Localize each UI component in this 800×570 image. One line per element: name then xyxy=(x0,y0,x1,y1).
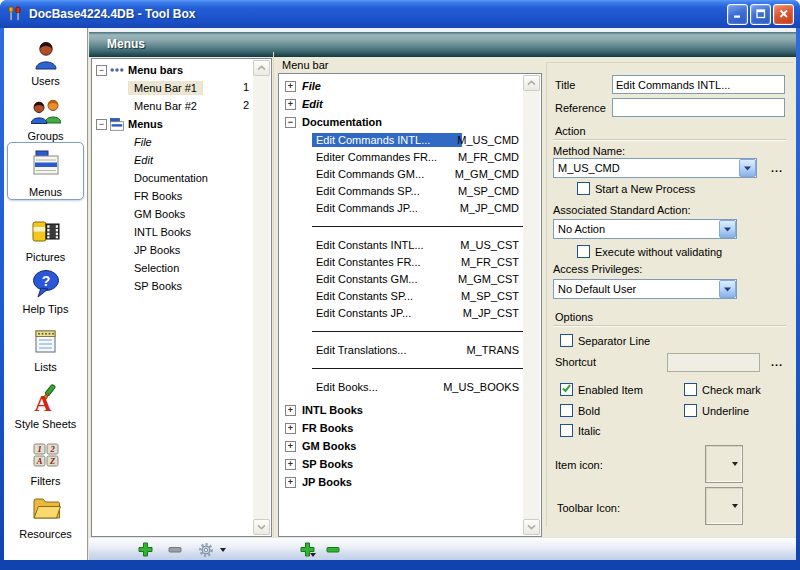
tree-node-item[interactable]: Menu Bar #22 xyxy=(93,97,253,115)
minimize-button[interactable] xyxy=(727,4,748,25)
expander-plus-icon[interactable]: + xyxy=(285,405,296,416)
expander-plus-icon[interactable]: + xyxy=(285,423,296,434)
tree-node-label: JP Books xyxy=(128,243,186,257)
tree-node-item[interactable]: Menu Bar #11 xyxy=(93,79,253,97)
sidebar-item-style-sheets[interactable]: AStyle Sheets xyxy=(7,379,84,431)
menu-item-row[interactable]: Edit Constants JP...M_JP_CST xyxy=(280,304,523,321)
menu-item-row[interactable]: Edit Constants INTL...M_US_CST xyxy=(280,236,523,253)
sidebar-item-users[interactable]: Users xyxy=(7,36,84,88)
menu-item-row[interactable]: Edit Commands GM...M_GM_CMD xyxy=(280,165,523,182)
remove-menu-button[interactable] xyxy=(167,541,184,558)
expander-minus-icon[interactable]: − xyxy=(96,65,107,76)
expander-plus-icon[interactable]: + xyxy=(285,99,296,110)
title-input[interactable] xyxy=(612,75,785,94)
menu-items-scrollbar[interactable] xyxy=(523,75,540,535)
menu-group-row[interactable]: +SP Books xyxy=(280,455,523,473)
tree-node-item[interactable]: GM Books xyxy=(93,205,253,223)
actions-gear-button[interactable] xyxy=(197,541,214,558)
scroll-up-icon[interactable] xyxy=(253,60,270,76)
expander-minus-icon[interactable]: − xyxy=(285,117,296,128)
chevron-down-icon[interactable] xyxy=(739,159,756,177)
italic-checkbox[interactable] xyxy=(560,424,573,437)
maximize-button[interactable] xyxy=(750,4,771,25)
tree-node-item[interactable]: Documentation xyxy=(93,169,253,187)
menu-item-row[interactable]: Edit Commands JP...M_JP_CMD xyxy=(280,199,523,216)
sidebar-item-pictures[interactable]: Pictures xyxy=(7,212,84,264)
item-icon-select[interactable] xyxy=(705,445,743,483)
menu-item-method: M_US_CST xyxy=(460,239,519,251)
menu-item-row[interactable]: Edit Constants SP...M_SP_CST xyxy=(280,287,523,304)
tree-node-root[interactable]: −Menus xyxy=(93,115,253,133)
sidebar-item-label: Filters xyxy=(31,474,61,488)
bottom-toolbar xyxy=(89,537,796,560)
add-menu-button[interactable] xyxy=(137,541,154,558)
sidebar-item-groups[interactable]: Groups xyxy=(7,91,84,143)
standard-action-label: Associated Standard Action: xyxy=(553,204,691,216)
sidebar-item-help-tips[interactable]: ?Help Tips xyxy=(7,264,84,316)
start-new-process-checkbox[interactable] xyxy=(577,182,590,195)
menu-item-row[interactable]: Edit Commands SP...M_SP_CMD xyxy=(280,182,523,199)
toolbar-icon-select[interactable] xyxy=(705,487,743,525)
enabled-item-checkbox[interactable] xyxy=(560,383,573,396)
sidebar-item-resources[interactable]: Resources xyxy=(7,489,84,541)
menu-item-row[interactable]: Edit Translations...M_TRANS xyxy=(280,341,523,358)
sidebar-item-lists[interactable]: Lists xyxy=(7,322,84,374)
check-mark-checkbox[interactable] xyxy=(684,383,697,396)
sidebar-item-filters[interactable]: 12AZFilters xyxy=(7,436,84,488)
remove-menu-item-button[interactable] xyxy=(325,541,342,558)
tree-node-item[interactable]: Selection xyxy=(93,259,253,277)
tree-node-item[interactable]: JP Books xyxy=(93,241,253,259)
menu-item-row[interactable]: Edit Constants GM...M_GM_CST xyxy=(280,270,523,287)
menu-item-label: Edit Translations... xyxy=(312,343,462,357)
method-name-select[interactable]: M_US_CMD xyxy=(553,158,757,178)
menu-item-row[interactable]: Edit Commands INTL...M_US_CMD xyxy=(280,131,523,148)
shortcut-input[interactable] xyxy=(667,353,760,372)
underline-checkbox[interactable] xyxy=(684,404,697,417)
menu-item-row[interactable]: Edit Books...M_US_BOOKS xyxy=(280,378,523,395)
lists-icon xyxy=(32,322,60,360)
menu-item-row[interactable]: Edit Constantes FR...M_FR_CST xyxy=(280,253,523,270)
execute-without-validating-checkbox[interactable] xyxy=(577,245,590,258)
menu-group-row[interactable]: +JP Books xyxy=(280,473,523,491)
add-item-caret-icon[interactable] xyxy=(310,553,316,557)
menu-group-row[interactable]: +INTL Books xyxy=(280,401,523,419)
menu-item-row[interactable]: Editer Commandes FR...M_FR_CMD xyxy=(280,148,523,165)
scroll-down-icon[interactable] xyxy=(253,519,270,535)
gear-menu-caret-icon[interactable] xyxy=(220,548,226,552)
tree-node-root[interactable]: −Menu bars xyxy=(93,61,253,79)
sidebar-item-label: Groups xyxy=(27,129,63,143)
tree-node-item[interactable]: Edit xyxy=(93,151,253,169)
separator-line-checkbox[interactable] xyxy=(560,334,573,347)
expander-plus-icon[interactable]: + xyxy=(285,81,296,92)
close-button[interactable] xyxy=(773,4,794,25)
expander-plus-icon[interactable]: + xyxy=(285,459,296,470)
sidebar-item-label: Help Tips xyxy=(23,302,69,316)
tree-node-item[interactable]: SP Books xyxy=(93,277,253,295)
scroll-down-icon[interactable] xyxy=(523,519,540,535)
menu-group-row[interactable]: +Edit xyxy=(280,95,523,113)
menu-group-row[interactable]: +File xyxy=(280,77,523,95)
menu-group-row[interactable]: +FR Books xyxy=(280,419,523,437)
tree-node-item[interactable]: FR Books xyxy=(93,187,253,205)
tree-node-item[interactable]: File xyxy=(93,133,253,151)
expander-minus-icon[interactable]: − xyxy=(96,119,107,130)
menu-group-row[interactable]: −Documentation xyxy=(280,113,523,131)
scroll-up-icon[interactable] xyxy=(523,75,540,91)
menu-item-method: M_FR_CST xyxy=(461,256,519,268)
expander-plus-icon[interactable]: + xyxy=(285,477,296,488)
standard-action-select[interactable]: No Action xyxy=(553,219,737,239)
sidebar-item-menus[interactable]: Menus xyxy=(7,142,84,200)
options-section-divider xyxy=(553,325,786,326)
method-more-button[interactable]: ... xyxy=(767,162,787,174)
shortcut-more-button[interactable]: ... xyxy=(767,356,787,368)
bold-checkbox[interactable] xyxy=(560,404,573,417)
reference-input[interactable] xyxy=(612,98,785,117)
access-privileges-select[interactable]: No Default User xyxy=(553,279,737,299)
left-panel-scrollbar[interactable] xyxy=(253,60,270,535)
toolbox-icon xyxy=(6,5,24,23)
menu-group-row[interactable]: +GM Books xyxy=(280,437,523,455)
tree-node-item[interactable]: INTL Books xyxy=(93,223,253,241)
expander-plus-icon[interactable]: + xyxy=(285,441,296,452)
chevron-down-icon[interactable] xyxy=(719,220,736,238)
chevron-down-icon[interactable] xyxy=(719,280,736,298)
